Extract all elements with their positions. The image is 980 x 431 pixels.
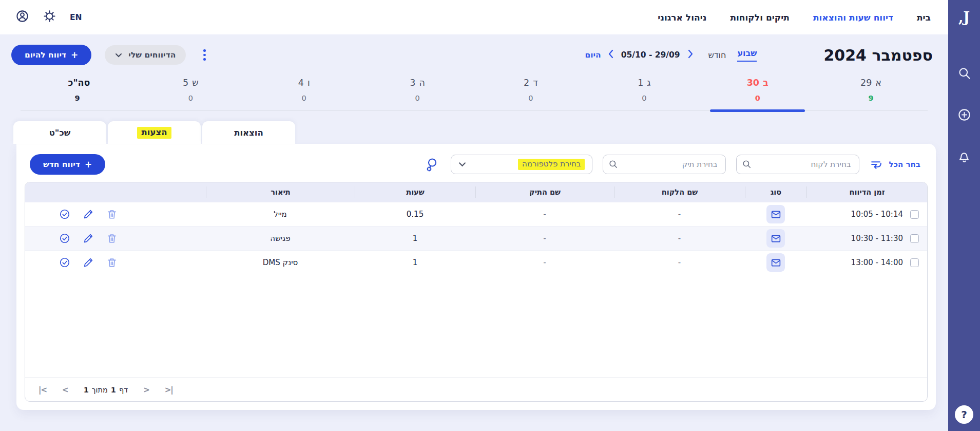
approve-icon[interactable] xyxy=(59,257,70,268)
calendar-toolbar: ספטמבר 2024 שבוע חודש 05/10 - 29/09 היום xyxy=(0,34,948,65)
plus-icon: + xyxy=(71,50,78,60)
app-logo[interactable]: J, xyxy=(948,0,980,34)
chevron-prev-icon[interactable] xyxy=(608,49,614,61)
view-toggle: שבוע חודש xyxy=(708,48,757,62)
case-search-input[interactable] xyxy=(603,155,726,174)
day-column-sun[interactable]: א29 9 xyxy=(814,78,928,102)
platform-select-placeholder: בחירת פלטפורמה xyxy=(518,159,585,170)
day-hours-value: 0 xyxy=(188,94,193,102)
day-hours-value: 9 xyxy=(869,94,874,102)
header-client-name: שם הלקוח xyxy=(614,186,745,198)
day-hours-value: 0 xyxy=(528,94,533,102)
day-column-sat[interactable]: ש5 0 xyxy=(134,78,247,102)
clear-search-icon[interactable] xyxy=(425,157,440,172)
view-month-tab[interactable]: חודש xyxy=(708,50,726,60)
mail-type-icon[interactable] xyxy=(766,253,785,272)
delete-trash-icon[interactable] xyxy=(106,233,118,244)
approve-icon[interactable] xyxy=(59,233,70,244)
new-report-label: דיווח חדש xyxy=(43,160,80,169)
reports-panel: בחר הכל xyxy=(16,144,936,410)
table-row: 10:30 - 11:30 - - 1 פגישה xyxy=(25,226,927,250)
approve-icon[interactable] xyxy=(59,209,70,220)
total-hours-value: 9 xyxy=(74,94,80,102)
client-search xyxy=(736,155,859,174)
language-toggle[interactable]: EN xyxy=(70,13,82,22)
tab-proposals[interactable]: הצעות xyxy=(108,121,201,144)
nav-item-org-management[interactable]: ניהול ארגוני xyxy=(658,12,706,23)
header-description: תיאור xyxy=(206,186,355,198)
report-today-button[interactable]: + דיווח להיום xyxy=(11,45,91,65)
client-search-input[interactable] xyxy=(736,155,859,174)
filter-row: בחר הכל xyxy=(25,152,928,175)
today-link[interactable]: היום xyxy=(585,50,601,60)
description-cell: מייל xyxy=(206,210,355,219)
last-page-icon[interactable]: >| xyxy=(165,385,173,395)
delete-trash-icon[interactable] xyxy=(106,209,118,220)
page: J, ? בית דיווח שעות והוצאות תיקים ולקוחו… xyxy=(0,0,980,431)
mail-type-icon[interactable] xyxy=(766,229,785,248)
tab-fees[interactable]: שכ"ט xyxy=(13,121,106,144)
week-day-strip: א29 9 ב30 0 ג1 0 ד2 0 ה3 0 ו4 0 xyxy=(21,78,928,111)
edit-pencil-icon[interactable] xyxy=(83,257,94,268)
mail-type-icon[interactable] xyxy=(766,205,785,223)
next-page-icon[interactable]: > xyxy=(143,385,149,395)
tab-fees-label: שכ"ט xyxy=(49,128,71,138)
search-icon xyxy=(742,159,752,169)
first-page-icon[interactable]: |< xyxy=(39,385,47,395)
table-row: 10:05 - 10:14 - - 0.15 מייל xyxy=(25,202,927,226)
filter-sort-icon xyxy=(870,158,882,171)
day-column-mon-active[interactable]: ב30 0 xyxy=(701,78,814,102)
nav-item-cases-clients[interactable]: תיקים ולקוחות xyxy=(730,12,790,23)
day-hours-value: 0 xyxy=(642,94,646,102)
date-range: 05/10 - 29/09 xyxy=(621,50,680,60)
select-all-control[interactable]: בחר הכל xyxy=(870,158,920,171)
row-checkbox[interactable] xyxy=(910,234,919,243)
help-button[interactable]: ? xyxy=(955,405,973,424)
day-column-wed[interactable]: ד2 0 xyxy=(474,78,588,102)
my-reports-dropdown[interactable]: הדיווחים שלי xyxy=(105,45,186,65)
edit-pencil-icon[interactable] xyxy=(83,233,94,244)
search-icon xyxy=(608,159,618,169)
topbar-utilities: EN xyxy=(15,9,82,25)
tab-proposals-label: הצעות xyxy=(137,127,171,139)
case-name-cell: - xyxy=(475,210,614,219)
kebab-menu-icon[interactable] xyxy=(199,47,210,63)
description-cell: פגישה xyxy=(206,234,355,243)
day-column-total: סה"כ 9 xyxy=(21,78,134,102)
top-navbar: בית דיווח שעות והוצאות תיקים ולקוחות ניה… xyxy=(0,0,948,34)
page-title: ספטמבר 2024 xyxy=(823,46,933,64)
report-time: 13:00 - 14:00 xyxy=(851,258,903,267)
view-week-tab[interactable]: שבוע xyxy=(737,48,757,62)
day-column-tue[interactable]: ג1 0 xyxy=(587,78,701,102)
select-all-label: בחר הכל xyxy=(889,160,920,169)
delete-trash-icon[interactable] xyxy=(106,257,118,268)
edit-pencil-icon[interactable] xyxy=(83,209,94,220)
search-icon[interactable] xyxy=(957,66,971,82)
reports-table: זמן הדיווח סוג שם הלקוח שם התיק שעות תיא… xyxy=(25,182,928,402)
day-hours-value: 0 xyxy=(302,94,306,102)
bell-icon[interactable] xyxy=(957,149,971,165)
day-hours-value: 0 xyxy=(415,94,419,102)
nav-item-home[interactable]: בית xyxy=(917,12,931,23)
nav-item-time-reports[interactable]: דיווח שעות והוצאות xyxy=(813,12,893,23)
prev-page-icon[interactable]: < xyxy=(62,385,68,395)
tab-expenses[interactable]: הוצאות xyxy=(202,121,295,144)
table-row: 13:00 - 14:00 - - 1 סינק DMS xyxy=(25,250,927,274)
client-name-cell: - xyxy=(614,234,745,243)
settings-gear-icon[interactable] xyxy=(43,9,56,25)
chevron-next-icon[interactable] xyxy=(687,49,693,61)
row-checkbox[interactable] xyxy=(910,258,919,267)
header-report-time: זמן הדיווח xyxy=(806,186,927,198)
day-column-thu[interactable]: ה3 0 xyxy=(361,78,474,102)
day-column-fri[interactable]: ו4 0 xyxy=(247,78,361,102)
client-name-cell: - xyxy=(614,210,745,219)
report-today-label: דיווח להיום xyxy=(25,50,66,60)
new-report-button[interactable]: + דיווח חדש xyxy=(30,154,105,175)
description-cell: סינק DMS xyxy=(206,258,355,267)
user-avatar-icon[interactable] xyxy=(15,9,29,25)
row-checkbox[interactable] xyxy=(910,210,919,219)
case-name-cell: - xyxy=(475,258,614,267)
add-circle-icon[interactable] xyxy=(957,108,971,124)
main-nav: בית דיווח שעות והוצאות תיקים ולקוחות ניה… xyxy=(658,12,931,23)
platform-select[interactable]: בחירת פלטפורמה xyxy=(451,155,592,174)
